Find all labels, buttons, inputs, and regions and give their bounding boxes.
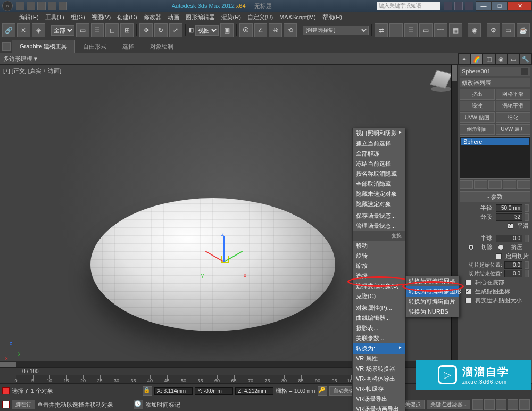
align-icon[interactable]: ≣ [389, 23, 403, 37]
cm-hide-sel[interactable]: 隐藏选定对象 [353, 199, 405, 209]
tab-display-icon[interactable]: ▭ [508, 53, 520, 65]
coord-y[interactable]: Y: -0.0mm [195, 387, 233, 395]
segs-field[interactable]: 32 [496, 213, 522, 221]
cm-unhide-byname[interactable]: 按名称取消隐藏 [353, 169, 405, 179]
qat-redo-icon[interactable] [59, 2, 67, 10]
modifier-stack[interactable]: Sphere [460, 136, 530, 179]
menu-rendering[interactable]: 渲染(R) [218, 12, 244, 22]
pivot-icon[interactable]: ▣ [220, 23, 234, 37]
menu-maxscript[interactable]: MAXScript(M) [276, 13, 319, 21]
btn-turbosmooth[interactable]: 涡轮平滑 [496, 101, 531, 111]
cm-curve-editor[interactable]: 曲线编辑器... [353, 313, 405, 323]
snap-icon[interactable]: ⦿ [239, 23, 253, 37]
btn-uvwmap[interactable]: UVW 贴图 [460, 112, 495, 123]
slice-to-spinner[interactable] [525, 270, 529, 277]
close-button[interactable]: ✕ [508, 1, 532, 11]
modifier-list-dropdown[interactable]: 修改器列表 [460, 78, 530, 87]
cm-isolate[interactable]: 孤立当前选择 [353, 138, 405, 149]
menu-edit[interactable]: 编辑(E) [16, 12, 42, 22]
slice-on-checkbox[interactable] [496, 253, 502, 259]
select-name-icon[interactable]: ☰ [91, 23, 104, 37]
coord-x[interactable]: X: 3.114mm [154, 387, 193, 395]
hemi-field[interactable]: 0.0 [496, 235, 522, 242]
search-input[interactable]: 键入关键字或短语 [377, 2, 440, 10]
move-icon[interactable]: ✥ [139, 23, 153, 37]
ribbon-min-icon[interactable] [2, 42, 11, 51]
scale-icon[interactable]: ⤢ [169, 23, 182, 37]
menu-group[interactable]: 组(G) [68, 12, 88, 22]
cm-manage-state[interactable]: 管理场景状态... [353, 221, 405, 231]
menu-modifiers[interactable]: 修改器 [140, 12, 164, 22]
realws-checkbox[interactable] [466, 298, 471, 303]
squash-radio[interactable] [498, 244, 504, 250]
menu-animation[interactable]: 动画 [164, 12, 182, 22]
chop-radio[interactable] [468, 244, 474, 250]
minimize-button[interactable]: — [476, 1, 492, 11]
renderframe-icon[interactable]: ▭ [502, 23, 515, 37]
sm-convert-poly[interactable]: 转换为可编辑多边形 [406, 286, 459, 297]
tab-hierarchy-icon[interactable]: ◫ [483, 53, 495, 65]
slice-from-field[interactable]: 0.0 [504, 261, 522, 269]
menu-create[interactable]: 创建(C) [114, 12, 140, 22]
object-name-field[interactable]: Sphere001 [460, 67, 530, 76]
select-rect-icon[interactable]: ◻ [105, 23, 119, 37]
cm-vr-meshexport[interactable]: VR-网格体导出 [353, 374, 405, 384]
viewcube-cube-icon[interactable] [430, 70, 452, 88]
qat-undo-icon[interactable] [48, 2, 56, 10]
smooth-checkbox[interactable] [508, 223, 513, 229]
refcoord-dropdown[interactable]: 视图 [195, 25, 219, 36]
gizmo-z-axis-icon[interactable] [223, 236, 225, 262]
move-gizmo[interactable]: x y z [202, 241, 245, 283]
infocenter-icon[interactable] [444, 2, 452, 10]
object-color-swatch[interactable] [521, 68, 528, 75]
cm-clone[interactable]: 克隆(C) [353, 291, 405, 301]
tab-selection[interactable]: 选择 [114, 40, 142, 53]
qat-open-icon[interactable] [27, 2, 35, 10]
curveeditor-icon[interactable]: 〰 [434, 23, 447, 37]
cm-select-similar[interactable]: 选择类似对象(S) [353, 281, 405, 291]
timetag-icon[interactable]: 🕓 [134, 400, 143, 409]
cm-scale[interactable]: 缩放 [353, 261, 405, 271]
unlink-icon[interactable]: ✕ [17, 23, 30, 37]
goto-start-icon[interactable] [472, 399, 483, 410]
menu-grapheditors[interactable]: 图形编辑器 [182, 12, 218, 22]
cm-vr-sceneconv[interactable]: VR-场景转换器 [353, 364, 405, 374]
cm-freeze-sel[interactable]: 冻结当前选择 [353, 159, 405, 169]
tab-objectpaint[interactable]: 对象绘制 [142, 40, 181, 53]
render-icon[interactable]: ☕ [517, 23, 530, 37]
window-crossing-icon[interactable]: ⊞ [120, 23, 134, 37]
qat-new-icon[interactable] [16, 2, 24, 10]
goto-end-icon[interactable] [519, 399, 530, 410]
anglesnap-icon[interactable]: ∠ [254, 23, 268, 37]
cm-object-props[interactable]: 对象属性(P)... [353, 303, 405, 313]
cm-select[interactable]: 选择 [353, 271, 405, 281]
script-listener-icon[interactable] [2, 387, 10, 394]
layers-icon[interactable]: ☰ [404, 23, 418, 37]
running-button[interactable]: 脚在行 [12, 400, 35, 409]
prev-frame-icon[interactable] [484, 399, 495, 410]
cm-unfreeze-all[interactable]: 全部解冻 [353, 149, 405, 159]
hemi-spinner[interactable] [525, 235, 529, 242]
timetag-label[interactable]: 添加时间标记 [145, 401, 180, 409]
named-selection-dropdown[interactable]: {创建选择集} [303, 26, 369, 35]
ribbon-icon[interactable]: ▭ [419, 23, 433, 37]
tab-freeform[interactable]: 自由形式 [75, 40, 114, 53]
menu-views[interactable]: 视图(V) [88, 12, 114, 22]
cm-unhide-all[interactable]: 全部取消隐藏 [353, 179, 405, 189]
sm-convert-mesh[interactable]: 转换为可编辑网格 [406, 276, 459, 286]
maximize-button[interactable]: □ [492, 1, 508, 11]
next-frame-icon[interactable] [508, 399, 518, 410]
menu-help[interactable]: 帮助(H) [319, 12, 345, 22]
stack-unique-icon[interactable] [488, 180, 502, 189]
stack-pin-icon[interactable] [460, 180, 473, 189]
rendersetup-icon[interactable]: ⚙ [487, 23, 500, 37]
play-icon[interactable] [496, 399, 506, 410]
spinner-snap-icon[interactable]: ⟲ [284, 23, 297, 37]
time-ruler[interactable]: 0510152025303540455055606570758085909510… [16, 375, 351, 383]
slice-to-field[interactable]: 0.0 [504, 270, 522, 277]
cm-vr-animexport[interactable]: VR场景动画导出 [353, 404, 405, 411]
cm-vr-framebuf[interactable]: VR-帧缓存 [353, 384, 405, 394]
btn-extrude[interactable]: 挤出 [460, 89, 495, 100]
app-icon[interactable]: ⌂ [2, 1, 13, 11]
tab-create-icon[interactable]: ✦ [458, 53, 470, 65]
